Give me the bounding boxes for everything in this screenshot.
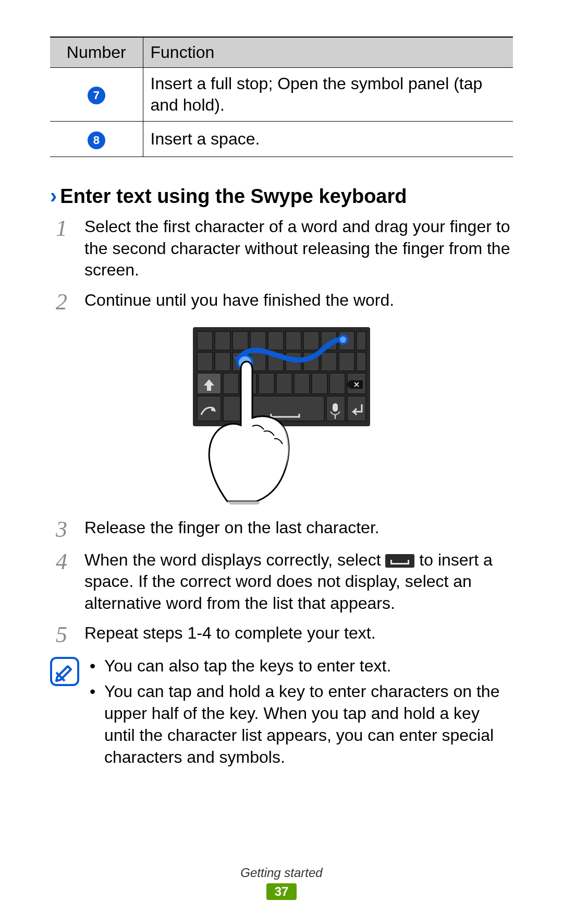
- svg-rect-4: [250, 331, 266, 350]
- svg-rect-24: [259, 373, 274, 394]
- svg-rect-3: [232, 331, 248, 350]
- section-title: Enter text using the Swype keyboard: [60, 185, 407, 208]
- svg-rect-28: [329, 373, 345, 394]
- step-number: 1: [50, 216, 73, 281]
- footer-section-name: Getting started: [0, 866, 563, 880]
- table-cell-function: Insert a space.: [143, 121, 513, 157]
- step-number: 4: [50, 549, 73, 615]
- manual-page: Number Function 7 Insert a full stop; Op…: [0, 0, 563, 924]
- note-item: You can tap and hold a key to enter char…: [90, 680, 513, 769]
- svg-rect-7: [303, 331, 319, 350]
- svg-rect-22: [223, 373, 239, 394]
- step-text: Release the finger on the last character…: [84, 517, 513, 541]
- table-cell-function: Insert a full stop; Open the symbol pane…: [143, 68, 513, 122]
- number-badge-icon: 8: [88, 131, 105, 149]
- col-header-function: Function: [143, 37, 513, 68]
- col-header-number: Number: [50, 37, 143, 68]
- svg-rect-1: [197, 331, 213, 350]
- step-item: 5 Repeat steps 1-4 to complete your text…: [50, 622, 513, 646]
- note-block: You can also tap the keys to enter text.…: [50, 655, 513, 771]
- svg-rect-30: [197, 396, 221, 421]
- table-cell-num: 7: [50, 68, 143, 122]
- steps-list: 1 Select the first character of a word a…: [50, 216, 513, 772]
- function-table: Number Function 7 Insert a full stop; Op…: [50, 37, 513, 157]
- step-item: 3 Release the finger on the last charact…: [50, 517, 513, 541]
- step-number: 5: [50, 622, 73, 646]
- svg-rect-5: [268, 331, 284, 350]
- table-header-row: Number Function: [50, 37, 513, 68]
- note-item: You can also tap the keys to enter text.: [90, 655, 513, 677]
- page-footer: Getting started 37: [0, 866, 563, 900]
- svg-rect-10: [357, 331, 366, 350]
- svg-rect-25: [276, 373, 292, 394]
- chevron-right-icon: ›: [50, 185, 57, 206]
- svg-rect-26: [294, 373, 310, 394]
- svg-rect-36: [333, 403, 338, 412]
- svg-rect-6: [286, 331, 301, 350]
- svg-point-35: [211, 408, 214, 411]
- swype-illustration: [50, 322, 513, 505]
- svg-rect-18: [321, 352, 337, 371]
- step-text-pre: When the word displays correctly, select: [84, 550, 385, 569]
- svg-rect-20: [357, 352, 366, 371]
- step-number: 2: [50, 290, 73, 314]
- section-heading: › Enter text using the Swype keyboard: [50, 185, 513, 208]
- svg-rect-19: [339, 352, 354, 371]
- table-row: 8 Insert a space.: [50, 121, 513, 157]
- svg-rect-11: [197, 352, 213, 371]
- table-cell-num: 8: [50, 121, 143, 157]
- step-text: Continue until you have finished the wor…: [84, 290, 513, 314]
- page-number-badge: 37: [266, 883, 297, 900]
- svg-rect-2: [215, 331, 230, 350]
- step-item: 2 Continue until you have finished the w…: [50, 290, 513, 314]
- svg-point-38: [339, 335, 347, 344]
- table-row: 7 Insert a full stop; Open the symbol pa…: [50, 68, 513, 122]
- step-text: When the word displays correctly, select…: [84, 549, 513, 615]
- step-item: 4 When the word displays correctly, sele…: [50, 549, 513, 615]
- step-number: 3: [50, 517, 73, 541]
- number-badge-icon: 7: [88, 87, 105, 104]
- step-item: 1 Select the first character of a word a…: [50, 216, 513, 281]
- note-list: You can also tap the keys to enter text.…: [90, 655, 513, 771]
- step-text: Repeat steps 1-4 to complete your text.: [84, 622, 513, 646]
- note-icon: [50, 657, 79, 686]
- svg-rect-27: [312, 373, 327, 394]
- svg-rect-12: [215, 352, 230, 371]
- step-text: Select the first character of a word and…: [84, 216, 513, 281]
- keyboard-finger-icon: [182, 322, 381, 505]
- space-key-icon: [385, 554, 414, 568]
